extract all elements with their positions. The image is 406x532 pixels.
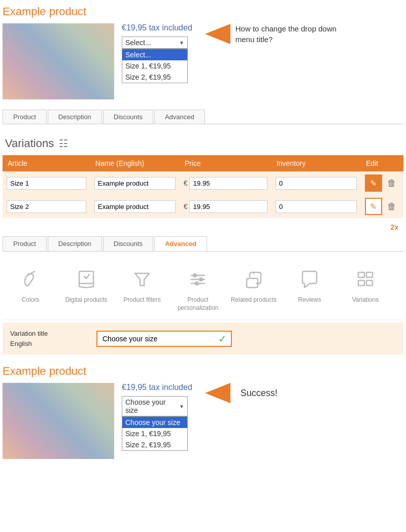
tab2-description[interactable]: Description: [48, 236, 102, 251]
variations-title: Variations: [5, 137, 54, 150]
check-icon: ✓: [214, 333, 231, 345]
colors-label: Colors: [22, 296, 40, 304]
arrow-pointing-left-bottom: [205, 383, 230, 403]
dropdown-bottom-option-size1[interactable]: Size 1, €19,95: [122, 428, 187, 439]
product-image-bottom: [3, 383, 114, 459]
icon-item-related[interactable]: Related products: [226, 267, 282, 312]
price-input-1[interactable]: [189, 177, 267, 190]
tab2-advanced[interactable]: Advanced: [154, 236, 207, 251]
product-price-bottom: €19,95 tax included: [122, 383, 192, 392]
filters-label: Product filters: [123, 296, 160, 304]
question-text: How to change the drop down menu title?: [235, 23, 337, 45]
personalization-label: Product personalization: [170, 296, 226, 312]
variation-label: Variation title English: [10, 329, 86, 348]
filter-icon: [129, 267, 155, 292]
size-dropdown-top[interactable]: Select... ▼ Select... Size 1, €19,95 Siz…: [122, 37, 192, 49]
icon-item-filters[interactable]: Product filters: [114, 267, 170, 312]
article-input-1[interactable]: [7, 177, 86, 190]
variation-label-line2: English: [10, 339, 86, 349]
variations-icon-small: [353, 267, 378, 292]
price-input-2[interactable]: [189, 200, 267, 213]
reviews-label: Reviews: [298, 296, 321, 304]
related-icon: [241, 267, 266, 292]
bottom-product-section: Example product €19,95 tax included Choo…: [3, 365, 403, 459]
col-inventory: Inventory: [272, 155, 361, 171]
top-product-title: Example product: [3, 5, 403, 18]
personalization-icon: [185, 267, 211, 292]
svg-point-7: [195, 281, 199, 286]
euro-symbol-1: €: [184, 179, 188, 187]
name-input-1[interactable]: [94, 177, 176, 190]
icon-item-colors[interactable]: Colors: [3, 267, 58, 312]
col-price: Price: [180, 155, 272, 171]
product-image-top: [3, 23, 114, 99]
reviews-icon: [297, 267, 322, 292]
variation-label-line1: Variation title: [10, 329, 86, 339]
delete-button-1[interactable]: 🗑: [384, 175, 399, 191]
col-edit: Edit: [361, 155, 403, 171]
size-dropdown-bottom[interactable]: Choose your size ▼ Choose your size Size…: [122, 396, 192, 416]
edit-button-1[interactable]: ✎: [365, 174, 382, 192]
svg-rect-11: [358, 280, 364, 286]
icon-item-reviews[interactable]: Reviews: [282, 267, 337, 312]
dropdown-option-select[interactable]: Select...: [122, 49, 187, 60]
dropdown-option-size2[interactable]: Size 2, €19,95: [122, 72, 187, 83]
bottom-product-title: Example product: [3, 365, 403, 378]
dropdown-selected-bottom: Choose your size: [125, 398, 179, 414]
tab1-advanced[interactable]: Advanced: [154, 110, 205, 124]
svg-marker-1: [135, 273, 149, 286]
variations-table: Article Name (English) Price Inventory E…: [3, 155, 403, 218]
tab2-product[interactable]: Product: [3, 236, 47, 251]
label-2x: 2x: [3, 223, 403, 231]
digital-icon: [74, 267, 99, 292]
delete-button-2[interactable]: 🗑: [384, 199, 399, 214]
col-name: Name (English): [90, 155, 180, 171]
svg-rect-12: [366, 272, 373, 277]
variations-header: Variations ☷: [3, 132, 403, 155]
svg-rect-13: [366, 280, 373, 286]
dropdown-bottom-option-choose[interactable]: Choose your size: [122, 417, 187, 428]
table-row: € ✎ 🗑: [3, 195, 403, 218]
tabs-row-1: Product Description Discounts Advanced: [3, 110, 403, 124]
variations-label: Variations: [352, 296, 379, 304]
colors-icon: [18, 267, 43, 292]
digital-label: Digital products: [65, 296, 108, 304]
icon-item-personalization[interactable]: Product personalization: [170, 267, 226, 312]
svg-point-6: [199, 277, 203, 281]
col-article: Article: [3, 155, 90, 171]
dropdown-arrow-bottom: ▼: [179, 404, 184, 409]
variation-input-wrapper: ✓: [96, 331, 232, 347]
inventory-input-1[interactable]: [276, 177, 357, 190]
tab1-description[interactable]: Description: [48, 110, 102, 124]
dropdown-bottom-option-size2[interactable]: Size 2, €19,95: [122, 439, 187, 450]
product-price-top: €19,95 tax included: [122, 23, 192, 32]
svg-point-5: [193, 273, 197, 277]
icon-item-digital[interactable]: Digital products: [58, 267, 114, 312]
dropdown-arrow-top: ▼: [179, 40, 184, 46]
tabs-row-2: Product Description Discounts Advanced: [3, 236, 403, 252]
euro-symbol-2: €: [184, 202, 188, 210]
edit-button-2[interactable]: ✎: [365, 198, 382, 215]
inventory-input-2[interactable]: [276, 200, 357, 213]
variations-icon: ☷: [59, 137, 68, 150]
success-text: Success!: [241, 388, 278, 399]
tab1-discounts[interactable]: Discounts: [103, 110, 153, 124]
dropdown-selected-top: Select...: [125, 39, 151, 47]
dropdown-option-size1[interactable]: Size 1, €19,95: [122, 60, 187, 72]
icons-section: Colors Digital products Product filters: [3, 259, 403, 320]
svg-rect-10: [358, 272, 364, 277]
related-label: Related products: [231, 296, 277, 304]
icon-item-variations[interactable]: Variations: [337, 267, 393, 312]
article-input-2[interactable]: [7, 200, 86, 213]
name-input-2[interactable]: [94, 200, 176, 213]
tab1-product[interactable]: Product: [3, 110, 47, 124]
variation-title-row: Variation title English ✓: [3, 323, 403, 354]
table-row: € ✎ 🗑: [3, 171, 403, 195]
variation-title-input[interactable]: [97, 332, 214, 346]
arrow-pointing-left-top: [205, 24, 230, 44]
tab2-discounts[interactable]: Discounts: [103, 236, 153, 251]
